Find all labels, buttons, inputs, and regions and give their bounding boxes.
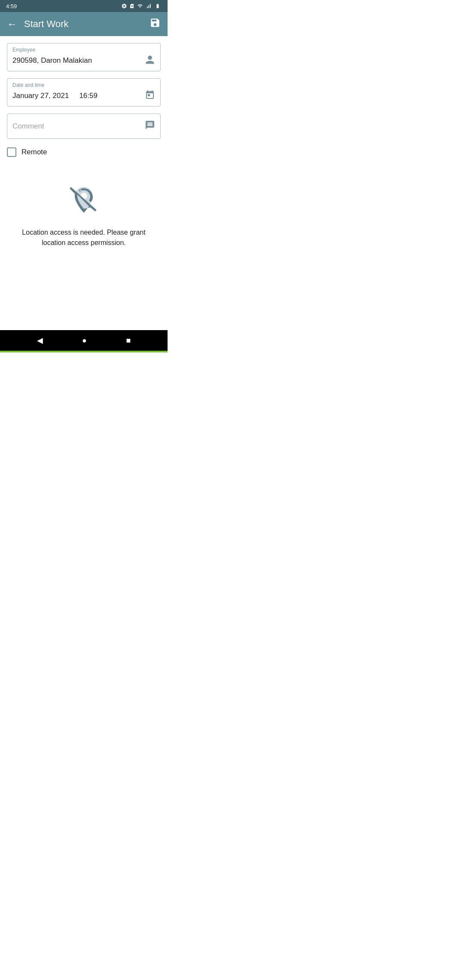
employee-label: Employee bbox=[12, 47, 155, 53]
bottom-accent-line bbox=[0, 351, 168, 352]
settings-icon bbox=[121, 3, 127, 9]
remote-checkbox-row[interactable]: Remote bbox=[7, 146, 161, 159]
battery-icon bbox=[154, 3, 162, 9]
back-button[interactable]: ← bbox=[7, 19, 17, 29]
page-title: Start Work bbox=[24, 18, 150, 30]
location-message: Location access is needed. Please grant … bbox=[15, 227, 152, 248]
signal-icon bbox=[146, 3, 152, 9]
employee-value: 290598, Daron Malakian bbox=[12, 56, 92, 65]
time-value: 16:59 bbox=[79, 92, 98, 100]
calendar-icon bbox=[145, 90, 155, 102]
location-denied-icon bbox=[67, 183, 101, 217]
remote-checkbox[interactable] bbox=[7, 147, 16, 157]
comment-icon bbox=[145, 120, 155, 132]
nav-home-button[interactable]: ● bbox=[82, 336, 87, 345]
date-value: January 27, 2021 bbox=[12, 92, 69, 100]
comment-field[interactable]: Comment bbox=[7, 113, 161, 139]
location-section: Location access is needed. Please grant … bbox=[7, 165, 161, 257]
nav-bar: ◀ ● ■ bbox=[0, 330, 168, 351]
nav-recent-button[interactable]: ■ bbox=[126, 336, 131, 345]
status-time: 4:59 bbox=[6, 3, 17, 9]
wifi-icon bbox=[137, 3, 143, 9]
employee-field[interactable]: Employee 290598, Daron Malakian bbox=[7, 43, 161, 71]
person-icon bbox=[145, 55, 155, 67]
status-icons bbox=[121, 3, 162, 9]
save-button[interactable] bbox=[150, 17, 161, 31]
sim-icon bbox=[129, 3, 134, 9]
datetime-label: Date and time bbox=[12, 82, 155, 88]
form-area: Employee 290598, Daron Malakian Date and… bbox=[0, 36, 168, 330]
status-bar: 4:59 bbox=[0, 0, 168, 12]
comment-placeholder: Comment bbox=[12, 122, 44, 131]
nav-back-button[interactable]: ◀ bbox=[37, 336, 43, 345]
app-bar: ← Start Work bbox=[0, 12, 168, 36]
datetime-field[interactable]: Date and time January 27, 2021 16:59 bbox=[7, 78, 161, 107]
remote-label: Remote bbox=[21, 148, 47, 156]
save-icon bbox=[150, 17, 161, 28]
